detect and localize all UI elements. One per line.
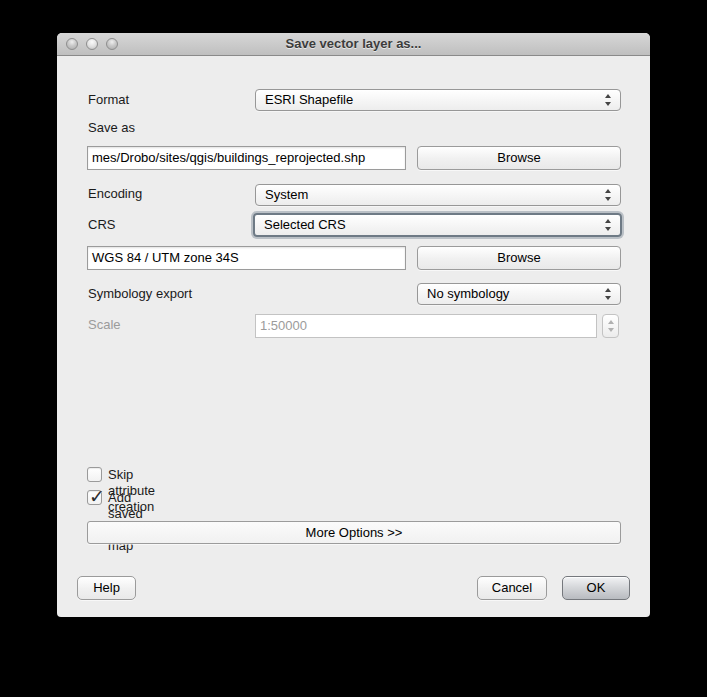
scale-value: 1:50000 (260, 318, 307, 333)
crs-browse-label: Browse (497, 250, 540, 265)
more-options-button[interactable]: More Options >> (87, 521, 621, 544)
titlebar[interactable]: Save vector layer as... (57, 33, 650, 56)
save-as-browse-label: Browse (497, 150, 540, 165)
symbology-dropdown-value: No symbology (427, 286, 509, 301)
window-title: Save vector layer as... (57, 36, 650, 51)
spinner-up-icon (608, 320, 614, 324)
encoding-dropdown[interactable]: System (255, 184, 621, 206)
crs-name-value: WGS 84 / UTM zone 34S (92, 250, 239, 265)
skip-attribute-creation-checkbox[interactable] (87, 467, 102, 482)
ok-button-label: OK (587, 580, 606, 595)
crs-name-input[interactable]: WGS 84 / UTM zone 34S (87, 246, 406, 270)
dropdown-arrows-icon (605, 219, 612, 231)
crs-label: CRS (88, 217, 115, 233)
save-as-browse-button[interactable]: Browse (417, 146, 621, 170)
dropdown-arrows-icon (605, 94, 612, 106)
add-saved-file-checkbox[interactable]: ✓ (87, 490, 102, 505)
spinner-down-icon (608, 328, 614, 332)
save-as-path-input[interactable]: mes/Drobo/sites/qgis/buildings_reproject… (87, 146, 406, 170)
dropdown-arrows-icon (605, 288, 612, 300)
symbology-export-label: Symbology export (88, 286, 192, 302)
scale-label: Scale (88, 317, 121, 333)
dropdown-arrows-icon (605, 189, 612, 201)
checkmark-icon: ✓ (89, 485, 105, 508)
help-button-label: Help (93, 580, 120, 595)
ok-button[interactable]: OK (562, 576, 630, 600)
save-as-path-value: mes/Drobo/sites/qgis/buildings_reproject… (92, 150, 365, 165)
cancel-button[interactable]: Cancel (477, 576, 547, 600)
format-label: Format (88, 92, 129, 108)
help-button[interactable]: Help (77, 576, 136, 600)
screenshot-canvas: { "window": { "title": "Save vector laye… (0, 0, 707, 697)
format-dropdown-value: ESRI Shapefile (265, 92, 353, 107)
save-vector-layer-dialog: Save vector layer as... Format ESRI Shap… (57, 33, 650, 617)
encoding-dropdown-value: System (265, 187, 308, 202)
format-dropdown[interactable]: ESRI Shapefile (255, 89, 621, 111)
scale-stepper (602, 314, 619, 338)
more-options-label: More Options >> (306, 525, 403, 540)
symbology-dropdown[interactable]: No symbology (417, 283, 621, 305)
cancel-button-label: Cancel (492, 580, 532, 595)
encoding-label: Encoding (88, 186, 142, 202)
scale-input: 1:50000 (255, 314, 597, 338)
crs-dropdown-value: Selected CRS (264, 217, 346, 232)
crs-dropdown[interactable]: Selected CRS (253, 213, 622, 237)
save-as-label: Save as (88, 120, 135, 136)
crs-browse-button[interactable]: Browse (417, 246, 621, 270)
